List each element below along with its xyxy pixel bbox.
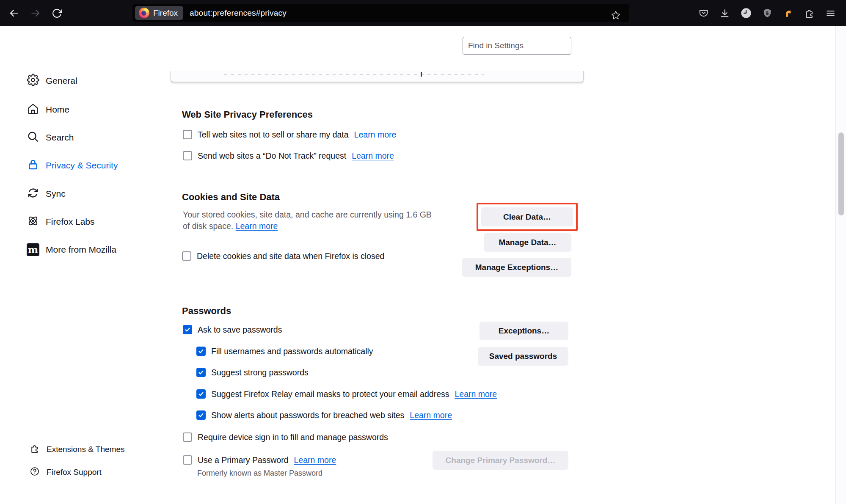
puzzle-icon xyxy=(30,443,40,455)
sidebar-item-label: General xyxy=(46,76,77,86)
sidebar-item-label: Search xyxy=(46,132,74,143)
checkbox-require-device-signin[interactable] xyxy=(183,432,192,442)
checkbox-label: Send web sites a “Do Not Track” request xyxy=(198,151,346,161)
sidebar-item-label: Firefox Labs xyxy=(46,217,95,227)
section-title-cookies: Cookies and Site Data xyxy=(182,192,280,203)
extension-orange-icon[interactable] xyxy=(782,7,794,19)
row-do-not-track: Send web sites a “Do Not Track” request … xyxy=(183,150,394,162)
change-primary-password-button[interactable]: Change Primary Password… xyxy=(433,451,568,470)
learn-more-link[interactable]: Learn more xyxy=(354,130,397,140)
browser-toolbar: Firefox about:preferences#privacy xyxy=(0,0,846,26)
sidebar-item-label: Extensions & Themes xyxy=(47,445,124,454)
row-suggest-strong-passwords: Suggest strong passwords xyxy=(196,366,309,378)
checkbox-label: Delete cookies and site data when Firefo… xyxy=(197,251,384,261)
row-primary-password: Use a Primary Password Learn more xyxy=(183,454,336,466)
sidebar-item-more-from-mozilla[interactable]: m More from Mozilla xyxy=(27,243,116,256)
learn-more-link[interactable]: Learn more xyxy=(352,151,394,161)
checkbox-label: Use a Primary Password xyxy=(198,455,289,465)
firefox-logo-icon xyxy=(139,8,149,18)
cookies-description: Your stored cookies, site data, and cach… xyxy=(183,209,471,231)
sidebar-item-label: More from Mozilla xyxy=(46,245,116,255)
row-firefox-relay: Suggest Firefox Relay email masks to pro… xyxy=(196,388,497,400)
cutoff-text-tick xyxy=(421,72,422,77)
checkbox-ask-save-passwords[interactable] xyxy=(183,325,192,334)
checkbox-label: Suggest Firefox Relay email masks to pro… xyxy=(211,389,449,399)
checkbox-primary-password[interactable] xyxy=(183,455,192,465)
sidebar-item-label: Firefox Support xyxy=(47,468,102,477)
sidebar-item-label: Privacy & Security xyxy=(46,160,118,171)
sidebar-item-sync[interactable]: Sync xyxy=(27,187,66,201)
checkbox-fill-usernames[interactable] xyxy=(196,347,206,356)
question-icon xyxy=(30,466,40,478)
learn-more-link[interactable]: Learn more xyxy=(455,389,497,399)
mozilla-m-icon: m xyxy=(27,243,39,256)
site-chip-label: Firefox xyxy=(153,8,178,18)
checkbox-breach-alerts[interactable] xyxy=(196,410,206,420)
checkbox-firefox-relay[interactable] xyxy=(196,389,206,399)
sidebar-item-extensions-themes[interactable]: Extensions & Themes xyxy=(30,444,124,455)
lock-icon xyxy=(27,158,39,173)
puzzle-icon[interactable] xyxy=(803,7,816,19)
saved-passwords-button[interactable]: Saved passwords xyxy=(478,347,568,366)
row-delete-cookies-on-close: Delete cookies and site data when Firefo… xyxy=(182,250,384,262)
pocket-icon[interactable] xyxy=(697,7,710,19)
learn-more-link[interactable]: Learn more xyxy=(236,221,278,231)
checkbox-do-not-track[interactable] xyxy=(183,151,192,160)
sidebar-item-label: Sync xyxy=(46,189,66,199)
reload-icon[interactable] xyxy=(49,6,64,21)
download-icon[interactable] xyxy=(719,7,731,19)
search-input[interactable] xyxy=(463,37,571,55)
forward-icon[interactable] xyxy=(28,6,43,21)
atom-icon xyxy=(27,215,39,229)
row-require-device-signin: Require device sign in to fill and manag… xyxy=(183,431,388,443)
learn-more-link[interactable]: Learn more xyxy=(410,410,452,420)
checkbox-label: Fill usernames and passwords automatical… xyxy=(211,347,373,356)
checkbox-suggest-strong[interactable] xyxy=(196,368,206,377)
clock-icon[interactable] xyxy=(740,7,752,19)
gear-icon xyxy=(27,74,39,88)
home-icon xyxy=(27,102,39,117)
toolbar-right-icons xyxy=(697,6,837,21)
firefox-settings-window: Firefox about:preferences#privacy xyxy=(0,0,846,504)
primary-password-note: Formerly known as Master Password xyxy=(197,469,322,478)
bookmark-star-icon[interactable] xyxy=(608,8,623,23)
sidebar-item-firefox-support[interactable]: Firefox Support xyxy=(30,467,102,478)
row-breach-alerts: Show alerts about passwords for breached… xyxy=(196,409,452,421)
sidebar-item-general[interactable]: General xyxy=(27,74,77,88)
checkbox-do-not-sell[interactable] xyxy=(183,130,192,139)
shield-lock-icon[interactable] xyxy=(761,7,773,19)
back-icon[interactable] xyxy=(6,6,22,21)
section-title-passwords: Passwords xyxy=(182,306,231,317)
sidebar-item-search[interactable]: Search xyxy=(27,131,74,144)
manage-exceptions-button[interactable]: Manage Exceptions… xyxy=(462,258,571,277)
exceptions-button[interactable]: Exceptions… xyxy=(479,322,568,340)
url-text: about:preferences#privacy xyxy=(190,8,287,18)
sync-icon xyxy=(27,187,39,201)
cutoff-panel xyxy=(171,71,584,82)
search-icon xyxy=(27,130,39,145)
section-title-web-privacy: Web Site Privacy Preferences xyxy=(182,109,313,120)
sidebar-item-firefox-labs[interactable]: Firefox Labs xyxy=(27,215,95,229)
checkbox-label: Require device sign in to fill and manag… xyxy=(198,432,388,442)
manage-data-button[interactable]: Manage Data… xyxy=(484,233,571,252)
checkbox-label: Show alerts about passwords for breached… xyxy=(211,410,404,420)
scrollbar-track[interactable] xyxy=(835,26,846,504)
cookies-description-line1: Your stored cookies, site data, and cach… xyxy=(183,210,432,219)
row-fill-usernames: Fill usernames and passwords automatical… xyxy=(196,345,373,357)
clear-data-button[interactable]: Clear Data… xyxy=(481,207,573,226)
site-identity-chip[interactable]: Firefox xyxy=(135,6,183,20)
sidebar-item-label: Home xyxy=(46,105,69,115)
cutoff-text-fragments xyxy=(224,74,484,75)
checkbox-label: Tell web sites not to sell or share my d… xyxy=(198,130,349,140)
checkbox-label: Suggest strong passwords xyxy=(211,368,309,377)
sidebar-item-privacy-security[interactable]: Privacy & Security xyxy=(27,159,118,172)
url-bar[interactable]: Firefox about:preferences#privacy xyxy=(132,4,629,22)
sidebar-item-home[interactable]: Home xyxy=(27,103,69,116)
row-do-not-sell: Tell web sites not to sell or share my d… xyxy=(183,129,396,140)
row-ask-save-passwords: Ask to save passwords xyxy=(183,324,282,336)
learn-more-link[interactable]: Learn more xyxy=(294,455,336,465)
scrollbar-thumb[interactable] xyxy=(838,132,844,215)
checkbox-label: Ask to save passwords xyxy=(198,325,282,335)
checkbox-delete-cookies[interactable] xyxy=(182,251,191,261)
menu-icon[interactable] xyxy=(824,7,837,19)
